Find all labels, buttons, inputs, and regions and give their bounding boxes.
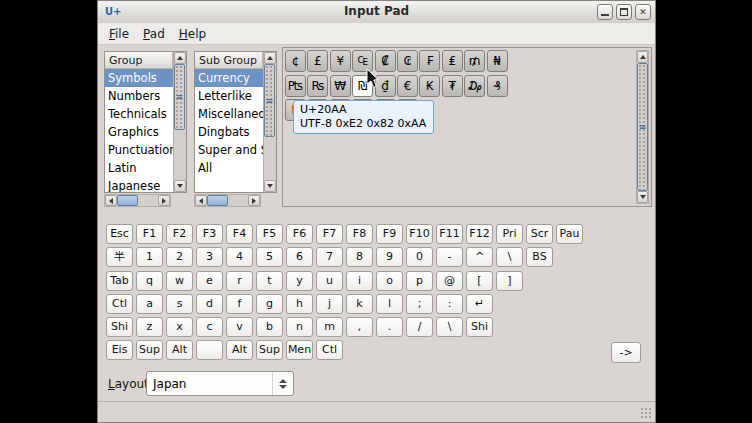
key-v[interactable]: v — [226, 317, 253, 337]
list-item-super-and-s[interactable]: Super and S — [195, 141, 263, 159]
symbol-button-u20a4[interactable]: ₤ — [442, 50, 463, 72]
symbol-vscroll-thumb[interactable] — [637, 63, 648, 191]
key-r[interactable]: r — [226, 271, 253, 291]
key-u40[interactable]: @ — [436, 271, 463, 291]
key-f7[interactable]: F7 — [316, 224, 343, 244]
key-h[interactable]: h — [286, 294, 313, 314]
key-f11[interactable]: F11 — [436, 224, 463, 244]
key-sup[interactable]: Sup — [136, 340, 163, 360]
scroll-left-icon[interactable] — [195, 195, 207, 206]
maximize-button[interactable] — [616, 4, 632, 20]
symbol-button-u20a6[interactable]: ₦ — [487, 50, 508, 72]
symbol-button-u20a9[interactable]: ₩ — [330, 75, 351, 97]
symbol-button-ua5[interactable]: ¥ — [330, 50, 351, 72]
symbol-button-u20ae[interactable]: ₮ — [442, 75, 463, 97]
key-sup[interactable]: Sup — [256, 340, 283, 360]
key-alt[interactable]: Alt — [226, 340, 253, 360]
key-esc[interactable]: Esc — [106, 224, 133, 244]
key-f3[interactable]: F3 — [196, 224, 223, 244]
key-u2c[interactable]: , — [346, 317, 373, 337]
layout-select[interactable]: Japan — [146, 371, 294, 396]
key-8[interactable]: 8 — [346, 247, 373, 267]
key-b[interactable]: b — [256, 317, 283, 337]
key-bs[interactable]: BS — [526, 247, 553, 267]
symbol-button-u20af[interactable]: ₯ — [464, 75, 485, 97]
key-d[interactable]: d — [196, 294, 223, 314]
symbol-button-u20ad[interactable]: ₭ — [419, 75, 440, 97]
key-q[interactable]: q — [136, 271, 163, 291]
key-space[interactable] — [196, 340, 223, 360]
key-s[interactable]: s — [166, 294, 193, 314]
subgroup-list-header[interactable]: Sub Group — [195, 52, 263, 69]
key-u5c[interactable]: \ — [436, 317, 463, 337]
key-w[interactable]: w — [166, 271, 193, 291]
key-u5d[interactable]: ] — [496, 271, 523, 291]
subgroup-vscroll-thumb[interactable] — [264, 64, 275, 137]
key-scr[interactable]: Scr — [526, 224, 553, 244]
symbol-button-ua2[interactable]: ¢ — [285, 50, 306, 72]
key-shi[interactable]: Shi — [466, 317, 493, 337]
group-list-header[interactable]: Group — [105, 52, 173, 69]
group-vscroll-track[interactable] — [174, 64, 186, 180]
send-arrow-button[interactable]: -> — [611, 342, 641, 363]
key-f5[interactable]: F5 — [256, 224, 283, 244]
symbol-vscrollbar[interactable] — [636, 50, 649, 204]
list-item-latin[interactable]: Latin — [105, 159, 173, 177]
group-vscroll-thumb[interactable] — [174, 64, 185, 130]
list-item-symbols[interactable]: Symbols — [105, 69, 173, 87]
key-f9[interactable]: F9 — [376, 224, 403, 244]
key-u3a[interactable]: : — [436, 294, 463, 314]
key-k[interactable]: k — [346, 294, 373, 314]
key-n[interactable]: n — [286, 317, 313, 337]
key-u5b[interactable]: [ — [466, 271, 493, 291]
menu-item-file[interactable]: File — [102, 25, 136, 43]
key-m[interactable]: m — [316, 317, 343, 337]
key-6[interactable]: 6 — [286, 247, 313, 267]
scroll-up-icon[interactable] — [174, 52, 186, 64]
group-vscrollbar[interactable] — [173, 52, 186, 192]
key-a[interactable]: a — [136, 294, 163, 314]
close-button[interactable] — [635, 4, 651, 20]
minimize-button[interactable] — [597, 4, 613, 20]
key-i[interactable]: i — [346, 271, 373, 291]
key-f6[interactable]: F6 — [286, 224, 313, 244]
key-0[interactable]: 0 — [406, 247, 433, 267]
scroll-right-icon[interactable] — [248, 195, 260, 206]
key-u21b5[interactable]: ↵ — [466, 294, 493, 314]
key-4[interactable]: 4 — [226, 247, 253, 267]
key-l[interactable]: l — [376, 294, 403, 314]
list-item-numbers[interactable]: Numbers — [105, 87, 173, 105]
key-pri[interactable]: Pri — [496, 224, 523, 244]
key-tab[interactable]: Tab — [106, 271, 133, 291]
key-ctl[interactable]: Ctl — [316, 340, 343, 360]
symbol-button-u20b0[interactable]: ₰ — [487, 75, 508, 97]
key-u534a[interactable]: 半 — [106, 247, 133, 267]
list-item-currency[interactable]: Currency — [195, 69, 263, 87]
key-u2f[interactable]: / — [406, 317, 433, 337]
key-y[interactable]: y — [286, 271, 313, 291]
combo-arrows-icon[interactable] — [272, 372, 293, 395]
list-item-dingbats[interactable]: Dingbats — [195, 123, 263, 141]
list-item-punctuation[interactable]: Punctuation — [105, 141, 173, 159]
scroll-up-icon[interactable] — [264, 52, 276, 64]
key-u3b[interactable]: ; — [406, 294, 433, 314]
key-f2[interactable]: F2 — [166, 224, 193, 244]
key-u5c[interactable]: \ — [496, 247, 523, 267]
subgroup-vscroll-track[interactable] — [264, 64, 276, 180]
key-f1[interactable]: F1 — [136, 224, 163, 244]
group-hscroll-track[interactable] — [117, 195, 158, 206]
key-p[interactable]: p — [406, 271, 433, 291]
symbol-button-u20a5[interactable]: ₥ — [464, 50, 485, 72]
key-1[interactable]: 1 — [136, 247, 163, 267]
scroll-down-icon[interactable] — [174, 180, 186, 192]
symbol-button-ua3[interactable]: £ — [307, 50, 328, 72]
symbol-button-u20ac[interactable]: € — [397, 75, 418, 97]
symbol-button-u20a7[interactable]: ₧ — [285, 75, 306, 97]
key-z[interactable]: z — [136, 317, 163, 337]
key-u[interactable]: u — [316, 271, 343, 291]
key-9[interactable]: 9 — [376, 247, 403, 267]
symbol-button-u20a8[interactable]: ₨ — [307, 75, 328, 97]
key-7[interactable]: 7 — [316, 247, 343, 267]
subgroup-vscrollbar[interactable] — [263, 52, 276, 192]
key-e[interactable]: e — [196, 271, 223, 291]
